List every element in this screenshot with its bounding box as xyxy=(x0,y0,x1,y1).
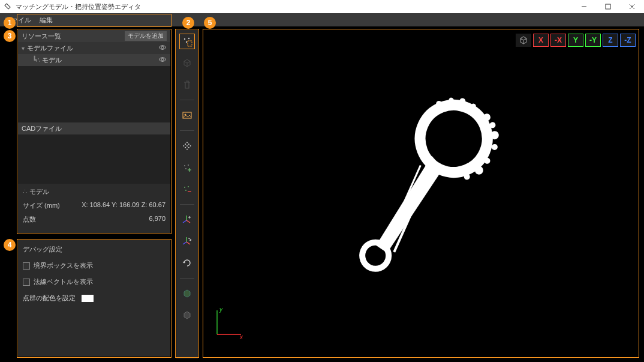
svg-point-14 xyxy=(189,145,191,147)
debug-bbox-row[interactable]: 境界ボックスを表示 xyxy=(18,258,170,274)
resource-title: リソース一覧 xyxy=(22,32,61,41)
title-bar: マッチングモデル・把持位置姿勢エディタ xyxy=(0,0,644,13)
svg-point-24 xyxy=(184,187,185,188)
view-cube-icon[interactable] xyxy=(516,34,531,47)
svg-point-16 xyxy=(186,145,188,147)
info-points-label: 点数 xyxy=(23,215,36,224)
view-nz-button[interactable]: -Z xyxy=(620,34,636,47)
svg-point-22 xyxy=(188,164,189,166)
tool-grid-icon[interactable] xyxy=(179,138,195,154)
svg-line-31 xyxy=(183,242,186,244)
tool-delete-icon[interactable] xyxy=(179,77,195,92)
minimize-button[interactable] xyxy=(572,0,596,13)
info-points-row: 点数 6,970 xyxy=(23,213,165,226)
debug-normals-label: 法線ベクトルを表示 xyxy=(34,277,93,286)
callout-1: 1 xyxy=(4,17,16,29)
tool-axis-rotate-icon[interactable] xyxy=(179,234,195,249)
tool-rotate-icon[interactable] xyxy=(179,255,195,271)
callout-3: 3 xyxy=(4,30,16,42)
callout-2: 2 xyxy=(182,17,194,29)
svg-point-21 xyxy=(184,165,185,166)
tool-hexagon-green-icon[interactable] xyxy=(179,286,195,301)
svg-point-8 xyxy=(186,41,187,43)
add-model-button[interactable]: モデルを追加 xyxy=(125,31,167,41)
color-swatch[interactable] xyxy=(82,295,94,302)
debug-panel: デバッグ設定 境界ボックスを表示 法線ベクトルを表示 点群の配色を設定 xyxy=(18,240,170,357)
svg-rect-9 xyxy=(188,41,192,46)
checkbox-bbox[interactable] xyxy=(23,262,30,270)
app-icon xyxy=(4,2,12,11)
tool-hexagon-grey-icon[interactable] xyxy=(179,307,195,323)
svg-point-6 xyxy=(184,38,185,40)
axis-gizmo: y x xyxy=(211,304,247,340)
menu-edit[interactable]: 編集 xyxy=(40,16,53,25)
debug-header: デバッグ設定 xyxy=(18,240,170,258)
tool-axis-add-icon[interactable] xyxy=(179,212,195,228)
svg-point-18 xyxy=(183,145,185,147)
callout-5: 5 xyxy=(204,17,216,29)
tool-remove-point-icon[interactable] xyxy=(179,181,195,197)
svg-rect-1 xyxy=(606,4,610,9)
info-model-name: ∴ モデル xyxy=(23,187,165,196)
tool-select-icon[interactable] xyxy=(179,34,195,49)
svg-point-20 xyxy=(186,148,188,150)
cad-file-label: CADファイル xyxy=(22,124,62,133)
view-y-button[interactable]: Y xyxy=(568,34,583,47)
toolbar-divider xyxy=(180,204,194,205)
tree-model[interactable]: ┗ ∴ モデル xyxy=(18,54,170,66)
resource-header: リソース一覧 モデルを追加 xyxy=(18,30,170,42)
svg-point-7 xyxy=(188,38,189,39)
svg-point-12 xyxy=(186,142,188,143)
model-info: ∴ モデル サイズ (mm) X: 108.64 Y: 166.09 Z: 60… xyxy=(18,184,170,230)
visibility-icon[interactable] xyxy=(158,56,167,64)
svg-point-25 xyxy=(188,186,189,187)
svg-point-5 xyxy=(161,58,164,61)
tree-icon: ▾ xyxy=(22,45,25,52)
debug-color-label: 点群の配色を設定 xyxy=(23,294,76,303)
close-button[interactable] xyxy=(620,0,644,13)
svg-point-15 xyxy=(185,143,186,145)
view-z-button[interactable]: Z xyxy=(603,34,618,47)
window-controls xyxy=(572,0,644,13)
info-size-value: X: 108.64 Y: 166.09 Z: 60.67 xyxy=(82,201,165,210)
svg-point-13 xyxy=(188,143,189,145)
tree-model-label: モデル xyxy=(42,56,62,65)
svg-line-29 xyxy=(186,220,190,223)
maximize-button[interactable] xyxy=(596,0,620,13)
debug-color-row[interactable]: 点群の配色を設定 xyxy=(18,290,170,306)
points-icon: ∴ xyxy=(23,188,27,196)
svg-point-35 xyxy=(410,94,498,183)
callout-4: 4 xyxy=(4,239,16,251)
debug-normals-row[interactable]: 法線ベクトルを表示 xyxy=(18,274,170,290)
svg-point-26 xyxy=(185,190,186,191)
axis-x-label: x xyxy=(239,334,243,340)
debug-bbox-label: 境界ボックスを表示 xyxy=(34,261,93,270)
empty-area-cad xyxy=(18,134,170,184)
view-buttons: X -X Y -Y Z -Z xyxy=(516,34,636,47)
info-model-label: モデル xyxy=(29,187,49,196)
info-points-value: 6,970 xyxy=(149,215,165,224)
svg-line-28 xyxy=(183,220,186,223)
toolbar-divider xyxy=(180,100,194,100)
viewport-3d[interactable]: X -X Y -Y Z -Z y x xyxy=(204,30,639,358)
window-title: マッチングモデル・把持位置姿勢エディタ xyxy=(16,2,141,11)
view-ny-button[interactable]: -Y xyxy=(585,34,601,47)
tool-add-point-icon[interactable] xyxy=(179,160,195,175)
visibility-icon[interactable] xyxy=(158,44,167,52)
info-size-row: サイズ (mm) X: 108.64 Y: 166.09 Z: 60.67 xyxy=(23,199,165,213)
info-size-label: サイズ (mm) xyxy=(23,201,60,210)
view-nx-button[interactable]: -X xyxy=(550,34,566,47)
tool-cube-icon[interactable] xyxy=(179,55,195,71)
empty-area xyxy=(18,66,170,122)
svg-rect-10 xyxy=(183,112,191,118)
tool-image-icon[interactable] xyxy=(179,107,195,123)
toolbar-divider xyxy=(180,278,194,279)
svg-point-23 xyxy=(185,168,186,169)
view-x-button[interactable]: X xyxy=(533,34,549,47)
tree-model-file[interactable]: ▾ モデルファイル xyxy=(18,42,170,54)
svg-line-32 xyxy=(186,242,190,244)
checkbox-normals[interactable] xyxy=(23,279,30,286)
svg-point-17 xyxy=(188,146,189,148)
toolbar xyxy=(176,30,198,358)
tree-model-file-label: モデルファイル xyxy=(27,44,73,53)
